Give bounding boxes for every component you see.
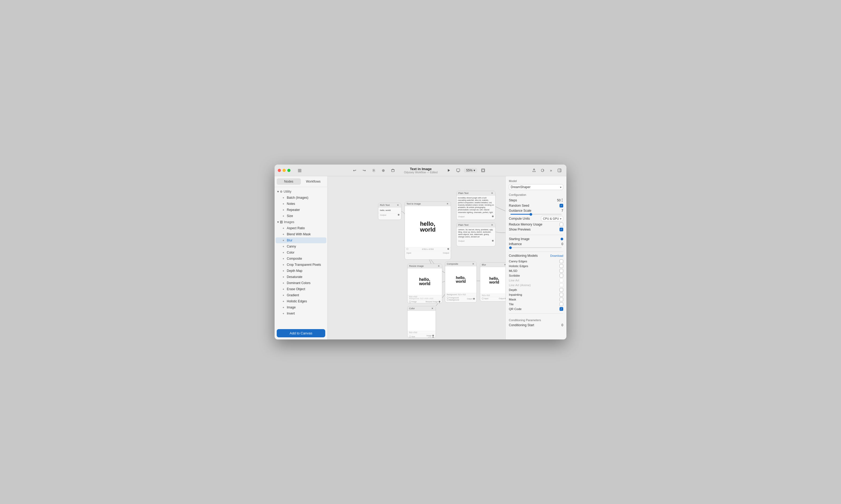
- redo-button[interactable]: ↪: [361, 167, 368, 174]
- input-port[interactable]: [482, 298, 484, 300]
- mask-checkbox[interactable]: [560, 298, 563, 301]
- more-button[interactable]: »: [547, 167, 555, 174]
- random-seed-checkbox[interactable]: ✓: [560, 204, 563, 208]
- output-port[interactable]: [505, 298, 505, 300]
- reduce-memory-checkbox[interactable]: [560, 222, 563, 226]
- sidebar-item-canny[interactable]: ✦ Canny: [276, 244, 326, 249]
- present-button[interactable]: [454, 167, 462, 174]
- sidebar-item-holistic-edges[interactable]: ✦ Holistic Edges: [276, 299, 326, 304]
- sidebar-item-size[interactable]: ✦ Size: [276, 213, 326, 219]
- sidebar-item-desaturate[interactable]: ✦ Desaturate: [276, 274, 326, 280]
- frame-button[interactable]: [479, 167, 487, 174]
- tab-workflows[interactable]: Workflows: [302, 178, 326, 185]
- depth-checkbox[interactable]: [560, 288, 563, 292]
- sidebar-item-blur[interactable]: ✦ Blur: [276, 237, 326, 243]
- node-close-button[interactable]: ✕: [397, 204, 399, 206]
- node-text-to-image[interactable]: Text to Image ✕ hello,world 6783 x 6783 …: [405, 201, 451, 260]
- fg-port[interactable]: [447, 297, 449, 299]
- sidebar-section-utility[interactable]: ▾ ⚙ Utility: [275, 189, 327, 195]
- node-blur[interactable]: Blur ✕ hello,world 512 x 512 Input Outpu…: [480, 262, 505, 302]
- size-input-port[interactable]: [409, 303, 411, 303]
- node-close-button[interactable]: ✕: [472, 263, 475, 265]
- play-button[interactable]: [445, 167, 452, 174]
- tab-nodes[interactable]: Nodes: [277, 178, 301, 185]
- node-plain-text-2[interactable]: Plain Text ✕ cartoon, 3d, bad art, blurr…: [456, 222, 496, 247]
- sidebar-item-gradient[interactable]: ✦ Gradient: [276, 292, 326, 298]
- copy-button[interactable]: ⎘: [370, 167, 378, 174]
- holistic-checkbox[interactable]: [560, 264, 563, 268]
- compute-units-select[interactable]: CPU & GPU ▾: [541, 216, 563, 221]
- line-art-checkbox[interactable]: [560, 278, 563, 282]
- node-close-button[interactable]: ✕: [438, 265, 441, 267]
- share-button[interactable]: [530, 167, 538, 174]
- influence-thumb[interactable]: [509, 247, 512, 249]
- sidebar-item-crop-transparent[interactable]: ✦ Crop Transparent Pixels: [276, 262, 326, 268]
- sidebar-item-depth-map[interactable]: ✦ Depth Map: [276, 268, 326, 274]
- canny-checkbox[interactable]: [560, 259, 563, 263]
- paste-button[interactable]: ⊕: [380, 167, 387, 174]
- line-art-anime-checkbox[interactable]: [560, 283, 563, 287]
- size-input-port[interactable]: [409, 336, 411, 338]
- output-port[interactable]: [473, 298, 475, 300]
- steps-stepper[interactable]: ▲ ▼: [561, 198, 563, 202]
- close-button[interactable]: [278, 169, 281, 172]
- guidance-scale-slider[interactable]: [511, 214, 562, 215]
- steps-down-icon[interactable]: ▼: [561, 200, 563, 202]
- refresh-button[interactable]: [539, 167, 546, 174]
- download-button[interactable]: Download: [550, 254, 563, 257]
- output-port[interactable]: [398, 214, 399, 216]
- traffic-lights: [278, 169, 291, 172]
- scribble-checkbox[interactable]: [560, 274, 563, 277]
- influence-slider[interactable]: [511, 247, 562, 248]
- sidebar-item-image[interactable]: ✦ Image: [276, 304, 326, 310]
- node-close-button[interactable]: ✕: [431, 307, 434, 310]
- mlsd-checkbox[interactable]: [560, 269, 563, 273]
- zoom-control[interactable]: 55% ▾: [464, 168, 477, 173]
- sidebar-item-blend-with-mask[interactable]: ✦ Blend With Mask: [276, 231, 326, 237]
- sidebar-item-dominant-colors[interactable]: ✦ Dominant Colors: [276, 280, 326, 286]
- node-color[interactable]: Color ✕ 512 x 512 Size Image: [407, 306, 436, 338]
- sidebar-item-aspect-ratio[interactable]: ✦ Aspect Ratio: [276, 225, 326, 231]
- sidebar-item-batch-images[interactable]: ✦ Batch (Images): [276, 195, 326, 201]
- node-plain-text-1[interactable]: Plain Text ✕ incredibly vibrant jungle w…: [456, 191, 496, 220]
- inspector-toggle-button[interactable]: [556, 167, 563, 174]
- sidebar-item-notes[interactable]: ✦ Notes: [276, 201, 326, 207]
- node-resize-image[interactable]: Resize Image ✕ hello,world 512 x 512 Bac…: [407, 264, 442, 303]
- bg-port[interactable]: [447, 299, 449, 301]
- add-to-canvas-button[interactable]: Add to Canvas: [277, 329, 325, 337]
- delete-button[interactable]: [389, 167, 397, 174]
- canvas-area[interactable]: Rich Text ✕ hello, world Output Text to …: [328, 176, 505, 339]
- resized-output-port[interactable]: [439, 301, 441, 303]
- node-rich-text[interactable]: Rich Text ✕ hello, world Output: [378, 203, 401, 220]
- tile-checkbox[interactable]: [560, 302, 563, 306]
- sidebar-item-repeater[interactable]: ✦ Repeater: [276, 207, 326, 213]
- guidance-scale-thumb[interactable]: [530, 213, 532, 216]
- minimize-button[interactable]: [282, 169, 286, 172]
- show-previews-checkbox[interactable]: ✓: [560, 228, 563, 231]
- node-composite[interactable]: Composite ✕ hello,world Background: 512 …: [445, 262, 477, 303]
- qr-code-checkbox[interactable]: ✓: [560, 307, 563, 311]
- sidebar-item-color[interactable]: ✦ Color: [276, 250, 326, 255]
- node-close-button[interactable]: ✕: [491, 224, 494, 226]
- input-port[interactable]: [407, 248, 408, 250]
- node-close-button[interactable]: ✕: [504, 264, 505, 266]
- steps-up-icon[interactable]: ▲: [561, 198, 563, 200]
- size-output-port[interactable]: [439, 303, 441, 303]
- sidebar-toggle-button[interactable]: ▦: [296, 167, 303, 174]
- maximize-button[interactable]: [287, 169, 291, 172]
- undo-button[interactable]: ↩: [351, 167, 358, 174]
- node-close-button[interactable]: ✕: [446, 202, 449, 205]
- output-port[interactable]: [492, 240, 494, 242]
- sidebar-section-images[interactable]: ▾ 🖼 Images: [275, 219, 327, 225]
- model-select[interactable]: DreamShaper ▾: [509, 184, 563, 190]
- sidebar-item-erase-object[interactable]: ✦ Erase Object: [276, 286, 326, 292]
- inpainting-checkbox[interactable]: [560, 293, 563, 296]
- size-output-port[interactable]: [432, 337, 434, 338]
- output-port[interactable]: [492, 215, 494, 217]
- image-input-port[interactable]: [409, 301, 411, 303]
- image-output-port[interactable]: [432, 335, 434, 337]
- sidebar-item-invert[interactable]: ✦ Invert: [276, 310, 326, 317]
- node-close-button[interactable]: ✕: [491, 192, 494, 195]
- sidebar-item-composite[interactable]: ✦ Composite: [276, 256, 326, 262]
- output-port[interactable]: [447, 248, 449, 250]
